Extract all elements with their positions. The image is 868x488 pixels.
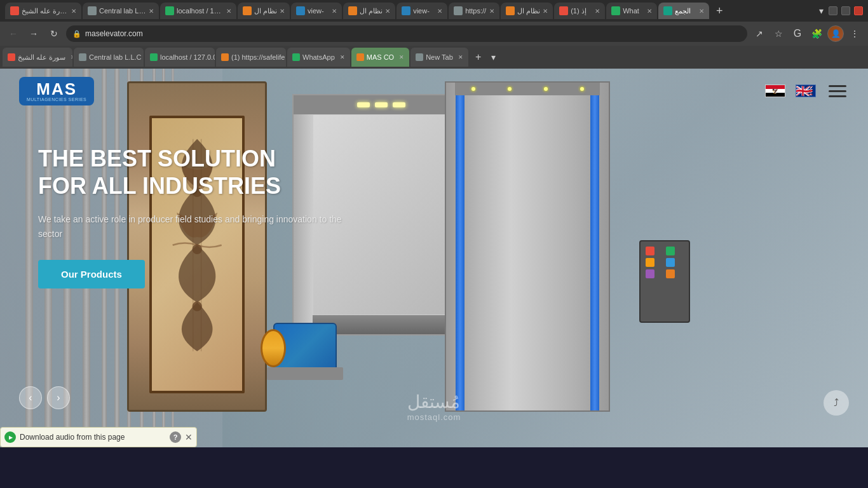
tab-4[interactable]: نظام ال ✕ — [238, 3, 290, 19]
watermark-arabic: مُستقل — [407, 391, 461, 412]
download-bar: Download audio from this page ? ✕ — [0, 427, 197, 447]
download-play-button[interactable] — [4, 431, 16, 443]
hamburger-menu[interactable] — [826, 83, 849, 100]
s-tab-5[interactable]: WhatsApp ✕ — [287, 48, 350, 67]
address-text: maselevator.com — [85, 29, 741, 38]
hero-subtitle: We take an active role in producer field… — [38, 212, 356, 241]
tab-7[interactable]: view- ✕ — [397, 3, 447, 19]
s-tab-close-6[interactable]: ✕ — [399, 54, 404, 60]
s-tab-close-7[interactable]: ✕ — [458, 54, 463, 60]
extensions-button[interactable]: 🧩 — [808, 25, 825, 42]
tab-10[interactable]: إذ (1) ✕ — [554, 3, 605, 19]
tab-9[interactable]: نظام ال ✕ — [501, 3, 553, 19]
tab-label-6: نظام ال — [360, 7, 383, 15]
s-tab-6[interactable]: MAS CO ✕ — [351, 48, 409, 67]
logo-sub: MULTIAGENCIES SERIES — [27, 97, 86, 102]
new-tab-button[interactable]: + — [710, 3, 728, 19]
profile-avatar[interactable]: 👤 — [827, 25, 844, 42]
tab-close-8[interactable]: ✕ — [489, 8, 494, 15]
tab-label-10: إذ (1) — [571, 7, 592, 15]
s-tab-3[interactable]: localhost / 127.0.0 ✕ — [145, 48, 215, 67]
share-button[interactable]: ↗ — [751, 25, 768, 42]
motor-unit-image — [254, 291, 381, 405]
hero-title: THE BEST SOLUTIONFOR ALL INDUSTRIES — [38, 145, 356, 200]
tab-chevron[interactable]: ▾ — [817, 6, 826, 16]
title-bar: سورة عله الشيخ ✕ Central lab L.L.C ✕ loc… — [0, 0, 868, 22]
panel-btn-6 — [666, 269, 675, 278]
tab-label-7: view- — [413, 7, 435, 15]
browser-window: سورة عله الشيخ ✕ Central lab L.L.C ✕ loc… — [0, 0, 868, 447]
tab-favicon-4 — [243, 6, 252, 15]
tab-favicon-2 — [88, 6, 97, 15]
close-button[interactable] — [854, 6, 863, 15]
shaft-rail-right — [590, 83, 599, 410]
tab-5[interactable]: view- ✕ — [291, 3, 342, 19]
panel-btn-4 — [666, 258, 675, 267]
maximize-button[interactable] — [841, 6, 850, 15]
menu-button[interactable]: ⋮ — [846, 25, 863, 42]
tab-label-5: view- — [308, 7, 329, 15]
back-button[interactable]: ← — [5, 25, 22, 42]
s-tab-favicon-5 — [292, 53, 300, 61]
share-page-button[interactable]: ⤴ — [824, 390, 849, 416]
tab-1[interactable]: سورة عله الشيخ ✕ — [5, 3, 81, 19]
tab-favicon-1 — [10, 6, 19, 15]
bookmark-button[interactable]: ☆ — [770, 25, 787, 42]
tab-close-6[interactable]: ✕ — [385, 8, 390, 15]
motor-base — [267, 367, 343, 380]
s-tab-favicon-6 — [356, 53, 364, 61]
our-products-button[interactable]: Our Products — [38, 260, 145, 288]
flag-egypt[interactable]: 🦅 — [765, 85, 785, 97]
shaft-rail-left — [456, 83, 465, 410]
s-tab-4[interactable]: (1) https://safelife ✕ — [216, 48, 286, 67]
flag-uk[interactable]: 🇬🇧 — [796, 85, 816, 97]
refresh-icon: ↻ — [50, 29, 58, 39]
carousel-next-button[interactable]: › — [47, 386, 70, 409]
tab-close-10[interactable]: ✕ — [595, 8, 600, 15]
new-tab-button-2[interactable]: + — [470, 49, 487, 65]
tab-close-1[interactable]: ✕ — [71, 8, 76, 15]
tab-close-11[interactable]: ✕ — [647, 8, 652, 15]
tab-3[interactable]: localhost / 127.0.0 ✕ — [160, 3, 236, 19]
download-text: Download audio from this page — [20, 433, 166, 442]
carousel-prev-button[interactable]: ‹ — [19, 386, 42, 409]
site-header: MAS MULTIAGENCIES SERIES 🦅 🇬🇧 — [0, 69, 868, 113]
minimize-button[interactable] — [829, 6, 837, 15]
tab-close-9[interactable]: ✕ — [543, 8, 548, 15]
tab-favicon-10 — [559, 6, 568, 15]
hamburger-line-2 — [829, 90, 846, 92]
s-tab-close-5[interactable]: ✕ — [340, 54, 345, 60]
s-tab-2[interactable]: Central lab L.L.C ✕ — [74, 48, 144, 67]
download-help-button[interactable]: ? — [170, 431, 181, 443]
tab-close-2[interactable]: ✕ — [149, 8, 154, 15]
watermark: مُستقل mostaql.com — [407, 391, 461, 422]
tab-2[interactable]: Central lab L.L.C ✕ — [83, 3, 159, 19]
refresh-button[interactable]: ↻ — [46, 25, 62, 42]
carousel-prev-icon: ‹ — [29, 392, 32, 403]
tab-11[interactable]: What ✕ — [606, 3, 657, 19]
tab-close-12[interactable]: ✕ — [699, 8, 704, 15]
s-tab-close-1[interactable]: ✕ — [71, 54, 72, 60]
tab-close-7[interactable]: ✕ — [437, 8, 442, 15]
lock-icon: 🔒 — [72, 30, 81, 38]
tab-6[interactable]: نظام ال ✕ — [343, 3, 395, 19]
tab-close-3[interactable]: ✕ — [226, 8, 231, 15]
tab-8[interactable]: https:// ✕ — [449, 3, 499, 19]
s-tab-7[interactable]: New Tab ✕ — [410, 48, 468, 67]
download-close-button[interactable]: ✕ — [185, 432, 193, 442]
s-tab-favicon-4 — [221, 53, 229, 61]
google-icon-btn[interactable]: G — [789, 25, 806, 42]
tab-close-4[interactable]: ✕ — [280, 8, 285, 15]
tab-close-5[interactable]: ✕ — [332, 8, 337, 15]
tab-label-11: What — [623, 7, 644, 15]
forward-button[interactable]: → — [25, 25, 42, 42]
tab-chevron-2[interactable]: ▾ — [489, 52, 498, 62]
tab-label-12: الجمع — [675, 7, 696, 15]
address-bar[interactable]: 🔒 maselevator.com — [66, 25, 747, 42]
tab-12[interactable]: الجمع ✕ — [658, 3, 709, 19]
tabs-row2: سورة عله الشيخ ✕ Central lab L.L.C ✕ loc… — [0, 46, 868, 69]
tab-label-3: localhost / 127.0.0 — [177, 7, 224, 15]
s-tab-label-1: سورة عله الشيخ — [18, 53, 65, 62]
s-tab-1[interactable]: سورة عله الشيخ ✕ — [3, 48, 72, 67]
avatar: 👤 — [827, 25, 844, 42]
